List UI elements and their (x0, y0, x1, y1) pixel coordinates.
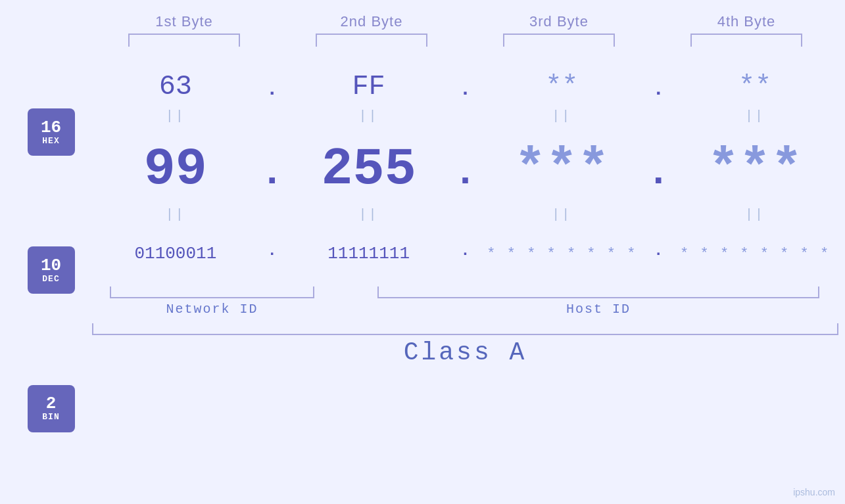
dec-b1: 99 (92, 139, 259, 199)
bin-badge-number: 2 (46, 395, 57, 412)
equals-row-1: || || || || (92, 106, 838, 126)
dot-hex-1: . (259, 80, 285, 103)
eq2-b4: || (671, 207, 838, 222)
bracket-cell-4 (666, 34, 827, 47)
bin-b3: * * * * * * * * (479, 246, 646, 262)
eq2-b2: || (285, 207, 452, 222)
bin-b1: 01100011 (92, 244, 259, 263)
dec-b4: *** (671, 139, 838, 199)
top-bracket-1 (128, 34, 240, 47)
dec-badge-label: DEC (42, 274, 59, 284)
bin-badge-label: BIN (42, 412, 59, 422)
dec-b3: *** (479, 139, 646, 199)
byte3-header: 3rd Byte (479, 13, 640, 30)
network-id-label: Network ID (166, 302, 258, 317)
bracket-cell-1 (104, 34, 265, 47)
network-bracket-group: Network ID (92, 286, 332, 317)
badges-column: 16 HEX 10 DEC 2 BIN (0, 53, 92, 504)
hex-b1: 63 (92, 71, 259, 103)
values-display: 63 . FF . ** . ** || || || || 99 (92, 53, 845, 504)
main-container: 1st Byte 2nd Byte 3rd Byte 4th Byte 16 (0, 0, 845, 504)
eq2-b1: || (92, 207, 259, 222)
bin-b4: * * * * * * * * (671, 246, 838, 262)
bin-row: 01100011 . 11111111 . * * * * * * * * . … (92, 224, 838, 283)
hex-b2: FF (285, 71, 452, 103)
dec-row: 99 . 255 . *** . *** (92, 126, 838, 204)
eq2-b3: || (479, 207, 646, 222)
watermark: ipshu.com (793, 487, 835, 497)
dot-bin-2: . (452, 243, 479, 264)
class-label: Class A (92, 338, 838, 367)
hex-b3: ** (479, 71, 646, 103)
byte1-header: 1st Byte (104, 13, 265, 30)
eq1-b2: || (285, 108, 452, 124)
dot-bin-3: . (645, 243, 671, 264)
class-bracket-area: Class A (92, 323, 838, 367)
outer-bottom-bracket (92, 323, 838, 335)
eq1-b4: || (671, 108, 838, 124)
hex-badge-number: 16 (41, 119, 61, 136)
bracket-cell-3 (479, 34, 640, 47)
top-bracket-3 (503, 34, 615, 47)
dot-dec-2: . (452, 153, 479, 199)
eq1-b1: || (92, 108, 259, 124)
network-bottom-bracket (110, 286, 314, 298)
byte-headers: 1st Byte 2nd Byte 3rd Byte 4th Byte (104, 13, 827, 30)
dec-b2: 255 (285, 139, 452, 199)
hex-badge-label: HEX (42, 136, 59, 146)
dot-dec-1: . (259, 153, 285, 199)
hex-row: 63 . FF . ** . ** (92, 53, 838, 106)
main-row: 16 HEX 10 DEC 2 BIN 63 . FF . ** . ** (0, 53, 845, 504)
dot-hex-2: . (452, 80, 479, 103)
hex-badge: 16 HEX (28, 108, 75, 156)
bin-badge: 2 BIN (28, 385, 75, 432)
equals-row-2: || || || || (92, 204, 838, 224)
byte2-header: 2nd Byte (291, 13, 452, 30)
host-bracket-group: Host ID (358, 286, 838, 317)
bin-b2: 11111111 (285, 244, 452, 263)
host-id-label: Host ID (566, 302, 631, 317)
hex-b4: ** (671, 71, 838, 103)
dot-dec-3: . (645, 153, 671, 199)
top-bracket-4 (690, 34, 802, 47)
dot-bin-1: . (259, 243, 285, 264)
dot-hex-3: . (645, 80, 671, 103)
dec-badge-number: 10 (41, 257, 61, 274)
eq1-b3: || (479, 108, 646, 124)
dec-badge: 10 DEC (28, 246, 75, 294)
top-bracket-2 (316, 34, 427, 47)
byte4-header: 4th Byte (666, 13, 827, 30)
bracket-cell-2 (291, 34, 452, 47)
host-bottom-bracket (377, 286, 819, 298)
bottom-brackets-area: Network ID Host ID (92, 286, 838, 317)
top-brackets (104, 34, 827, 47)
